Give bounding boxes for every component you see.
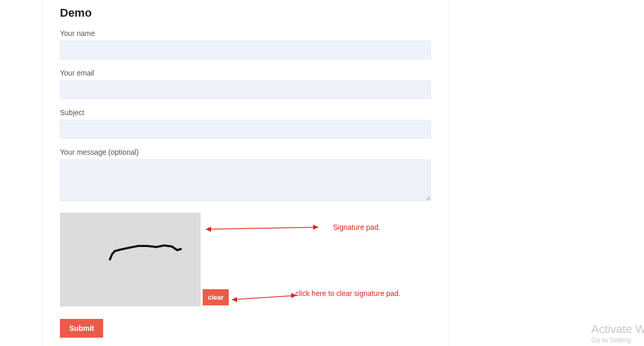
content-card: Demo Your name Your email Subject Your m… — [42, 0, 449, 346]
svg-marker-4 — [291, 293, 296, 298]
submit-button[interactable]: Submit — [60, 319, 103, 338]
arrow-clear-hint — [229, 292, 312, 308]
arrow-signature-pad — [204, 221, 339, 242]
subject-input[interactable] — [60, 120, 431, 139]
message-textarea[interactable] — [60, 159, 431, 201]
clear-button[interactable]: clear — [203, 289, 229, 305]
field-message: Your message (optional) — [60, 148, 431, 203]
svg-marker-2 — [206, 227, 211, 232]
email-input[interactable] — [60, 80, 431, 99]
svg-marker-5 — [232, 297, 237, 302]
field-name: Your name — [60, 29, 431, 59]
page-title: Demo — [60, 6, 431, 20]
watermark-line2: Go to Setting — [591, 336, 644, 344]
field-email: Your email — [60, 69, 431, 99]
name-input[interactable] — [60, 41, 431, 59]
windows-activation-watermark: Activate W Go to Setting — [591, 323, 644, 344]
name-label: Your name — [60, 29, 431, 38]
signature-pad[interactable] — [60, 213, 201, 306]
svg-marker-1 — [313, 225, 318, 230]
field-subject: Subject — [60, 108, 431, 139]
svg-line-0 — [206, 227, 318, 229]
annotation-signature-pad: Signature pad. — [333, 223, 380, 231]
watermark-line1: Activate W — [591, 323, 644, 336]
clear-row: clear click here to clear signature pad. — [203, 289, 431, 305]
svg-line-3 — [232, 295, 296, 300]
subject-label: Subject — [60, 108, 431, 117]
email-label: Your email — [60, 69, 431, 77]
message-label: Your message (optional) — [60, 148, 431, 156]
